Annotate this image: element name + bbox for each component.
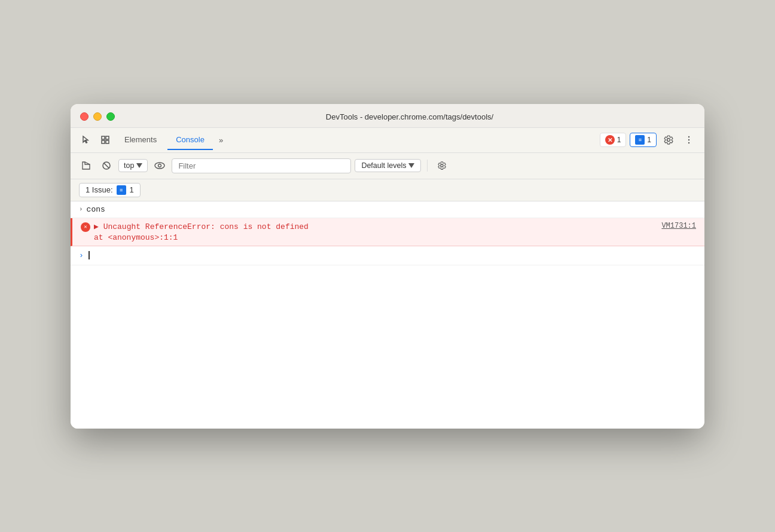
expand-chevron-icon[interactable]: ›	[79, 206, 83, 213]
maximize-button[interactable]	[106, 112, 115, 121]
minimize-button[interactable]	[93, 112, 102, 121]
console-entry-text: cons	[87, 205, 105, 214]
devtools-window: DevTools - developer.chrome.com/tags/dev…	[71, 104, 704, 429]
close-button[interactable]	[80, 112, 89, 121]
svg-point-4	[688, 136, 689, 137]
traffic-lights	[80, 112, 115, 121]
svg-point-12	[155, 163, 164, 169]
error-badge[interactable]: ✕ 1	[600, 133, 627, 147]
error-count: 1	[617, 136, 621, 144]
svg-marker-7	[83, 162, 90, 169]
svg-rect-1	[106, 136, 109, 139]
error-source-link[interactable]: VM1731:1	[661, 222, 696, 230]
prompt-arrow-icon: ›	[79, 251, 84, 260]
warning-count: 1	[647, 136, 651, 144]
svg-marker-14	[408, 163, 414, 168]
levels-selector[interactable]: Default levels	[355, 159, 421, 172]
block-icon-button[interactable]	[98, 157, 115, 174]
error-line1: ✕ ▶ Uncaught ReferenceError: cons is not…	[81, 222, 696, 232]
svg-rect-2	[102, 140, 105, 143]
console-settings-icon[interactable]	[434, 157, 450, 174]
chevron-down-icon	[136, 163, 142, 168]
tab-bar: Elements Console » ✕ 1 ≡ 1	[71, 128, 704, 153]
title-bar: DevTools - developer.chrome.com/tags/dev…	[71, 104, 704, 128]
console-error-entry: ✕ ▶ Uncaught ReferenceError: cons is not…	[71, 218, 704, 246]
settings-gear-icon[interactable]	[660, 132, 677, 148]
svg-line-10	[104, 163, 109, 169]
eye-icon-button[interactable]	[151, 157, 168, 174]
levels-chevron-icon	[408, 163, 414, 168]
issues-count: 1	[130, 185, 134, 194]
svg-point-13	[158, 164, 161, 167]
toolbar-divider	[427, 160, 428, 172]
tab-console[interactable]: Console	[167, 130, 213, 150]
issues-bar: 1 Issue: ≡ 1	[71, 179, 704, 201]
window-title: DevTools - developer.chrome.com/tags/dev…	[124, 112, 695, 121]
issues-label-button[interactable]: 1 Issue: ≡ 1	[79, 183, 141, 197]
context-label: top	[124, 161, 134, 170]
error-trace: at <anonymous>:1:1	[81, 233, 696, 242]
issues-text: 1 Issue:	[86, 185, 113, 194]
more-tabs-button[interactable]: »	[215, 133, 227, 147]
tab-elements[interactable]: Elements	[116, 130, 165, 150]
filter-input[interactable]	[172, 158, 351, 173]
issues-warn-icon: ≡	[117, 185, 126, 195]
levels-label: Default levels	[361, 161, 406, 170]
error-badge-icon: ✕	[605, 135, 615, 145]
warning-badge-icon: ≡	[635, 135, 645, 145]
console-prompt-row[interactable]: ›	[71, 246, 704, 265]
svg-point-6	[688, 142, 689, 143]
console-entry-cons: › cons	[71, 201, 704, 218]
svg-point-5	[688, 139, 689, 140]
warning-badge[interactable]: ≡ 1	[630, 133, 657, 147]
cursor	[89, 251, 90, 259]
svg-rect-3	[106, 140, 109, 143]
svg-marker-11	[136, 163, 142, 168]
context-selector[interactable]: top	[118, 159, 148, 172]
more-options-icon[interactable]	[681, 132, 697, 148]
inspect-icon-button[interactable]	[97, 132, 114, 148]
tab-right-actions: ✕ 1 ≡ 1	[600, 132, 697, 148]
svg-rect-0	[102, 136, 105, 139]
error-icon: ✕	[81, 222, 90, 232]
console-toolbar: top Default levels	[71, 153, 704, 179]
console-content: › cons ✕ ▶ Uncaught ReferenceError: cons…	[71, 201, 704, 429]
error-message: ▶ Uncaught ReferenceError: cons is not d…	[94, 222, 658, 231]
clear-log-button[interactable]	[78, 157, 94, 174]
cursor-icon-button[interactable]	[78, 132, 94, 148]
